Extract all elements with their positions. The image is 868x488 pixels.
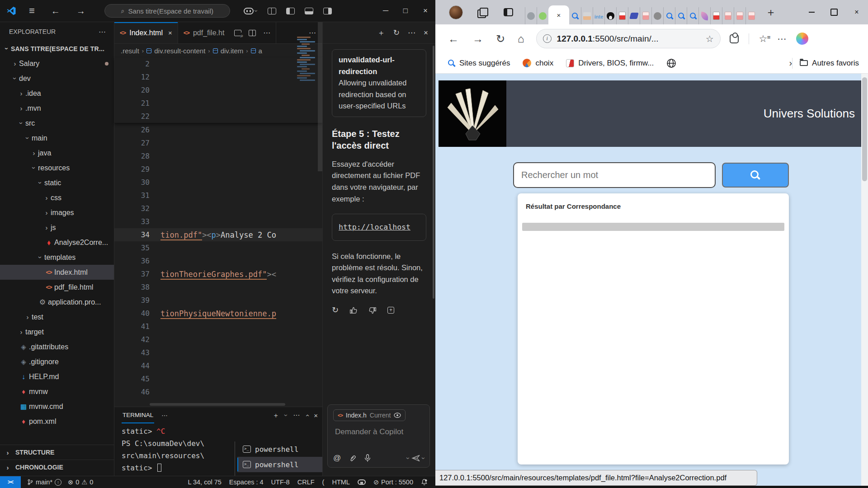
chat-code-block[interactable]: http://localhost <box>332 214 426 241</box>
tree-item[interactable]: › .mvn <box>0 101 114 116</box>
tree-item[interactable]: › Index.html <box>0 265 114 280</box>
new-tab-button[interactable]: ＋ <box>765 5 776 19</box>
result-item[interactable] <box>522 244 784 253</box>
live-server-port[interactable]: ⊘Port : 5500 <box>373 479 413 486</box>
customize-layout-icon[interactable] <box>268 8 276 14</box>
tree-item[interactable]: › pdf_file.html <box>0 280 114 295</box>
tree-item[interactable]: › templates <box>0 250 114 265</box>
browser-tab[interactable]: × <box>640 7 651 24</box>
terminal-dropdown-icon[interactable]: › <box>283 414 290 417</box>
remote-indicator[interactable]: >< <box>0 476 21 488</box>
regenerate-icon[interactable]: ↻ <box>332 304 339 317</box>
tree-item[interactable]: › resources <box>0 160 114 175</box>
edge-close-button[interactable]: × <box>845 1 868 23</box>
tree-item[interactable]: › SANS TITRE(ESPACE DE TR... <box>0 41 114 56</box>
site-info-icon[interactable]: i <box>543 34 552 43</box>
other-favorites[interactable]: Autres favoris <box>800 59 859 68</box>
minimap[interactable] <box>297 37 316 226</box>
tab-close-icon[interactable]: × <box>168 29 172 37</box>
vertical-tabs-icon[interactable] <box>504 8 513 16</box>
breadcrumb-item[interactable]: a <box>259 47 262 55</box>
tree-item[interactable]: › HELP.md <box>0 369 114 384</box>
result-item[interactable] <box>522 223 784 231</box>
tree-item[interactable]: › target <box>0 324 114 339</box>
tree-item[interactable]: › pom.xml <box>0 414 114 429</box>
browser-tab[interactable]: × <box>651 7 663 24</box>
eol-sequence[interactable]: CRLF <box>297 479 315 486</box>
tree-item[interactable]: › static <box>0 175 114 190</box>
chat-close-icon[interactable]: × <box>424 28 428 38</box>
result-item[interactable] <box>522 234 784 242</box>
tree-item[interactable]: › application.pro... <box>0 295 114 310</box>
code-editor[interactable]: 26 27 28 29 30 31 <box>114 123 322 399</box>
browser-tab[interactable]: × <box>616 7 628 24</box>
browser-tab[interactable]: × <box>698 7 710 24</box>
tree-item[interactable]: › main <box>0 131 114 145</box>
browser-tab[interactable]: × <box>569 7 581 24</box>
browser-tab[interactable]: × <box>722 7 734 24</box>
tree-item[interactable]: › dev <box>0 71 114 86</box>
terminal-tab[interactable]: TERMINAL <box>122 408 154 423</box>
breadcrumb-item[interactable]: div.result-content <box>154 47 205 55</box>
editor-scrollbar[interactable] <box>318 22 322 171</box>
tree-item[interactable]: › java <box>0 145 114 160</box>
panel-maximize-icon[interactable]: › <box>303 414 311 417</box>
notifications-bell[interactable] <box>421 479 428 486</box>
toggle-secondary-sidebar-icon[interactable] <box>323 8 332 14</box>
browser-tab[interactable]: × <box>734 7 745 24</box>
chat-more-icon[interactable]: ⋯ <box>408 28 415 38</box>
insert-into-file-icon[interactable] <box>387 307 394 314</box>
mic-icon[interactable] <box>364 454 371 462</box>
command-center-search[interactable]: ⌕ Sans titre(Espace de travail) <box>104 4 230 18</box>
editor-more-icon[interactable]: ⋯ <box>263 28 270 37</box>
tree-item[interactable]: › .gitattributes <box>0 339 114 354</box>
browser-home-icon[interactable]: ⌂ <box>518 33 524 45</box>
chat-scrollbar[interactable] <box>433 46 434 299</box>
chat-history-icon[interactable]: ↻ <box>393 28 400 38</box>
bookmarks-overflow-icon[interactable]: › <box>789 58 792 68</box>
chat-code-link[interactable]: http://localhost <box>339 223 410 231</box>
tree-item[interactable]: › mvnw.cmd <box>0 399 114 414</box>
vscode-minimize-button[interactable]: ─ <box>376 0 396 22</box>
branch-indicator[interactable]: main* ↑ <box>27 479 61 486</box>
copilot-status-icon[interactable] <box>358 479 366 485</box>
terminal-instance[interactable]: >_ powershell <box>237 441 322 457</box>
chat-input-box[interactable]: <> Index.h Current Demander à Copilot @ … <box>327 404 430 468</box>
search-button[interactable] <box>722 163 789 188</box>
panel-close-icon[interactable]: × <box>314 412 318 419</box>
mention-icon[interactable]: @ <box>333 454 341 463</box>
toggle-sidebar-icon[interactable] <box>286 8 295 14</box>
attach-icon[interactable] <box>349 455 356 462</box>
tab-close-icon[interactable]: × <box>557 11 561 19</box>
browser-tab[interactable]: × <box>581 7 593 24</box>
tree-item[interactable]: › mvnw <box>0 384 114 399</box>
menu-icon[interactable]: ≡ <box>29 5 35 17</box>
breadcrumb[interactable]: .result › div.result-content › div.item … <box>114 44 322 57</box>
url-text[interactable]: 127.0.0.1:5500/src/main/... <box>557 34 659 44</box>
tab-pdf-file-html[interactable]: <> pdf_file.ht ⋯ <box>178 22 277 43</box>
browser-tab[interactable]: × <box>525 7 537 24</box>
problems-indicator[interactable]: ⊗0 ⚠0 <box>68 479 93 486</box>
language-mode[interactable]: HTML <box>332 479 349 486</box>
breadcrumb-item[interactable]: div.item <box>221 47 244 55</box>
tab-index-html[interactable]: <> Index.html × <box>114 22 178 43</box>
tree-item[interactable]: › images <box>0 205 114 220</box>
tree-item[interactable]: › Analyse2Corre... <box>0 235 114 250</box>
workspaces-icon[interactable] <box>477 8 487 17</box>
browser-tab[interactable]: × <box>745 7 757 24</box>
nav-forward-icon[interactable]: → <box>76 6 85 16</box>
open-preview-icon[interactable] <box>234 30 241 36</box>
browser-tab[interactable]: × <box>593 7 604 24</box>
tree-item[interactable]: › .gitignore <box>0 354 114 369</box>
word-search-input[interactable]: Rechercher un mot <box>513 162 716 188</box>
thumbs-down-icon[interactable] <box>368 306 377 314</box>
send-button[interactable]: › › <box>407 455 425 462</box>
tree-item[interactable]: › .idea <box>0 86 114 101</box>
browser-tab[interactable]: × <box>604 7 616 24</box>
favorite-star-icon[interactable]: ☆ <box>706 33 714 44</box>
breadcrumb-item[interactable]: .result <box>121 47 139 55</box>
bookmark-sites-suggeres[interactable]: Sites suggérés <box>448 59 510 68</box>
profile-avatar[interactable] <box>449 5 463 19</box>
browser-tab[interactable]: × <box>628 7 640 24</box>
encoding[interactable]: UTF-8 <box>271 479 290 486</box>
